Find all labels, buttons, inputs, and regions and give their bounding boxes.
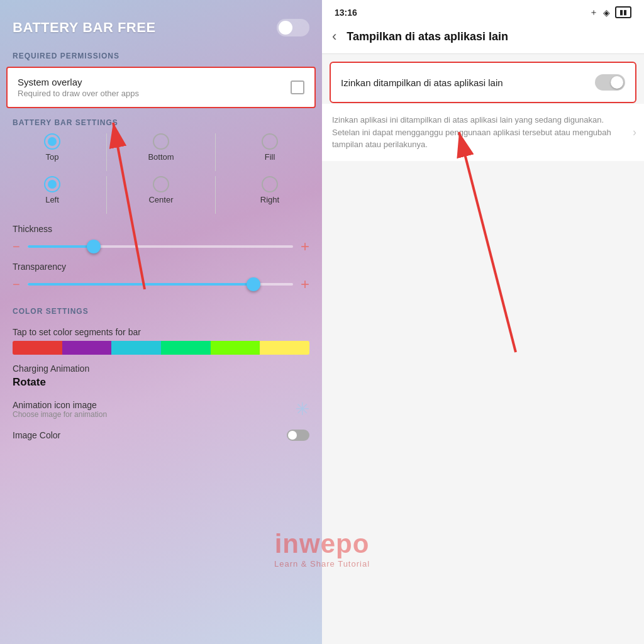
transparency-section: Transparency − + [0, 257, 322, 294]
thickness-plus[interactable]: + [301, 239, 309, 254]
radio-fill-circle[interactable] [262, 133, 278, 150]
radio-bottom[interactable]: Bottom [136, 133, 186, 171]
transparency-plus[interactable]: + [301, 277, 309, 292]
permission-text: Izinkan ditampilkan di atas aplikasi lai… [341, 77, 595, 88]
divider-1 [106, 133, 107, 171]
chevron-right-icon: › [633, 126, 636, 139]
color-bar[interactable] [13, 341, 309, 355]
system-overlay-title: System overlay [18, 77, 139, 87]
status-icons: ＋ ◈ ▮▮ [589, 6, 631, 18]
radio-center-circle[interactable] [153, 176, 169, 192]
app-title: BATTERY BAR FREE [13, 19, 156, 36]
system-overlay-subtitle: Required to draw over other apps [18, 89, 139, 98]
image-color-label: Image Color [13, 430, 60, 440]
thickness-slider-row: − + [13, 239, 309, 254]
image-color-section: Image Color [0, 425, 322, 446]
required-permissions-label: REQUIRED PERMISSIONS [0, 47, 322, 64]
divider-3 [106, 176, 107, 214]
animation-section: Animation icon image Choose image for an… [0, 394, 322, 425]
permission-toggle[interactable] [595, 74, 625, 91]
left-panel: BATTERY BAR FREE REQUIRED PERMISSIONS Sy… [0, 0, 322, 644]
status-time: 13:16 [335, 8, 357, 18]
color-green[interactable] [161, 341, 211, 355]
description-row[interactable]: Izinkan aplikasi ini ditampilkan di atas… [322, 104, 644, 161]
thickness-minus[interactable]: − [13, 240, 20, 253]
system-overlay-box[interactable]: System overlay Required to draw over oth… [6, 67, 316, 108]
color-bar-label: Tap to set color segments for bar [13, 327, 309, 337]
transparency-track[interactable] [28, 283, 293, 286]
radio-bottom-label: Bottom [148, 152, 174, 162]
radio-top-circle[interactable] [44, 133, 60, 150]
main-toggle[interactable] [277, 19, 309, 36]
color-settings-label: COLOR SETTINGS [0, 303, 322, 322]
position-row-2: Left Center Right [13, 176, 309, 214]
color-cyan[interactable] [111, 341, 161, 355]
permission-row: Izinkan ditampilkan di atas aplikasi lai… [331, 63, 635, 102]
charging-value: Rotate [13, 376, 309, 389]
charging-label: Charging Animation [13, 364, 309, 374]
color-section: Tap to set color segments for bar [0, 322, 322, 358]
left-header: BATTERY BAR FREE [0, 0, 322, 47]
color-lime[interactable] [211, 341, 260, 355]
divider-4 [215, 176, 216, 214]
radio-right[interactable]: Right [245, 176, 295, 214]
radio-left[interactable]: Left [27, 176, 77, 214]
permissions-section: System overlay Required to draw over oth… [0, 67, 322, 108]
animation-subtitle: Choose image for animation [13, 410, 107, 419]
permission-card: Izinkan ditampilkan di atas aplikasi lai… [330, 62, 636, 103]
transparency-fill [28, 283, 253, 286]
right-panel: 13:16 ＋ ◈ ▮▮ ‹ Tampilkan di atas aplikas… [322, 0, 644, 644]
position-row-1: Top Bottom Fill [13, 133, 309, 171]
description-text: Izinkan aplikasi ini ditampilkan di atas… [332, 114, 633, 151]
radio-left-circle[interactable] [44, 176, 60, 192]
thickness-label: Thickness [13, 224, 309, 234]
fan-icon: ✳ [295, 399, 309, 419]
back-button[interactable]: ‹ [332, 28, 336, 45]
system-overlay-text: System overlay Required to draw over oth… [18, 77, 139, 98]
radio-fill[interactable]: Fill [245, 133, 295, 171]
signal-icon: ＋ [589, 7, 598, 18]
nav-title: Tampilkan di atas aplikasi lain [347, 30, 508, 43]
battery-icon: ▮▮ [615, 6, 631, 18]
radio-bottom-circle[interactable] [153, 133, 169, 150]
radio-center[interactable]: Center [136, 176, 186, 214]
battery-bar-settings-label: BATTERY BAR SETTINGS [0, 114, 322, 133]
radio-right-label: Right [260, 195, 279, 204]
radio-left-label: Left [45, 195, 59, 204]
radio-center-label: Center [148, 195, 173, 204]
animation-text: Animation icon image Choose image for an… [13, 400, 107, 419]
charging-section: Charging Animation Rotate [0, 358, 322, 394]
wifi-icon: ◈ [603, 8, 610, 18]
system-overlay-checkbox[interactable] [291, 80, 304, 94]
color-purple[interactable] [62, 341, 112, 355]
radio-fill-label: Fill [265, 152, 275, 162]
transparency-minus[interactable]: − [13, 278, 20, 291]
thickness-track[interactable] [28, 245, 293, 248]
radio-top[interactable]: Top [27, 133, 77, 171]
status-bar: 13:16 ＋ ◈ ▮▮ [322, 0, 644, 22]
transparency-slider-row: − + [13, 277, 309, 292]
thickness-thumb[interactable] [87, 240, 101, 253]
transparency-label: Transparency [13, 262, 309, 272]
thickness-section: Thickness − + [0, 219, 322, 257]
thickness-fill [28, 245, 94, 248]
radio-top-label: Top [46, 152, 59, 162]
radio-right-circle[interactable] [262, 176, 278, 192]
position-group: Top Bottom Fill Left Center [0, 133, 322, 214]
color-red[interactable] [13, 341, 62, 355]
color-yellow[interactable] [260, 341, 309, 355]
right-nav: ‹ Tampilkan di atas aplikasi lain [322, 22, 644, 54]
animation-title: Animation icon image [13, 400, 107, 410]
transparency-thumb[interactable] [247, 277, 260, 291]
divider-2 [215, 133, 216, 171]
